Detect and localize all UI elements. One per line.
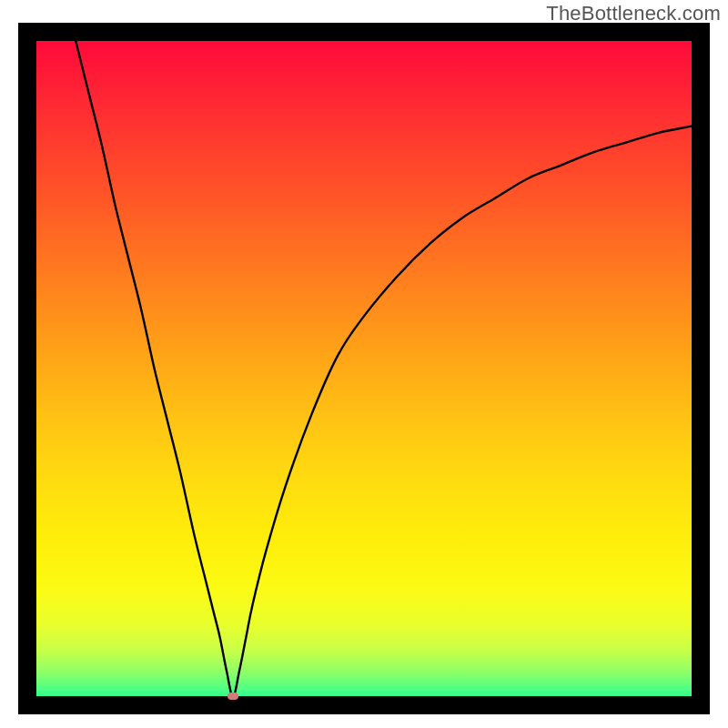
nadir-marker bbox=[228, 693, 238, 700]
chart-gradient-background bbox=[36, 41, 692, 696]
watermark-text: TheBottleneck.com bbox=[546, 2, 721, 25]
chart-frame bbox=[18, 23, 710, 714]
curve-path bbox=[76, 41, 692, 696]
bottleneck-curve bbox=[36, 41, 692, 696]
